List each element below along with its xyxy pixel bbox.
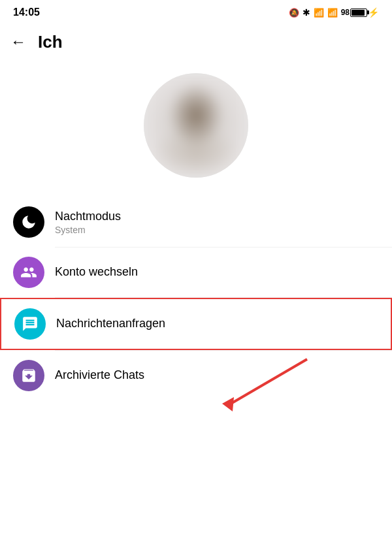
menu-item-konto-wechseln[interactable]: Konto wechseln [0, 248, 392, 297]
battery-fill [351, 10, 365, 16]
menu-item-archivierte-chats[interactable]: Archivierte Chats [0, 351, 392, 400]
avatar-section [0, 60, 392, 197]
battery-icon [350, 8, 367, 17]
nachtmodus-icon-bg [13, 206, 44, 238]
battery-container: 98 ⚡ [341, 7, 379, 18]
menu-list: Nachtmodus System Konto wechseln Nachric… [0, 197, 392, 400]
status-time: 14:05 [13, 7, 40, 18]
avatar[interactable] [144, 73, 248, 178]
status-icons: 🔕 ✱ 📶 📶 98 ⚡ [289, 7, 379, 18]
moon-icon [20, 214, 37, 231]
battery-label: 98 [341, 8, 350, 17]
message-requests-icon [22, 315, 39, 332]
mute-icon: 🔕 [289, 8, 299, 18]
archivierte-label: Archivierte Chats [55, 368, 144, 383]
konto-text: Konto wechseln [55, 265, 138, 280]
nachrichtenanfragen-label: Nachrichtenanfragen [56, 316, 165, 331]
konto-label: Konto wechseln [55, 265, 138, 280]
nachtmodus-text: Nachtmodus System [55, 209, 121, 235]
signal-icon: 📶 [327, 8, 338, 18]
page-title: Ich [38, 32, 63, 52]
bluetooth-icon: ✱ [302, 7, 310, 18]
nachrichtenanfragen-text: Nachrichtenanfragen [56, 316, 165, 331]
nachrichtenanfragen-icon-bg [14, 308, 46, 340]
menu-item-nachrichtenanfragen[interactable]: Nachrichtenanfragen [0, 298, 392, 350]
archivierte-icon-bg [13, 360, 44, 391]
avatar-image [144, 73, 248, 178]
charge-icon: ⚡ [368, 7, 379, 18]
nachtmodus-sublabel: System [55, 225, 121, 235]
nachtmodus-label: Nachtmodus [55, 209, 121, 224]
switch-account-icon [20, 264, 37, 281]
wifi-icon: 📶 [314, 8, 324, 18]
menu-item-nachtmodus[interactable]: Nachtmodus System [0, 197, 392, 247]
back-button[interactable]: ← [10, 33, 26, 51]
archivierte-text: Archivierte Chats [55, 368, 144, 383]
status-bar: 14:05 🔕 ✱ 📶 📶 98 ⚡ [0, 0, 392, 24]
konto-icon-bg [13, 257, 44, 288]
header: ← Ich [0, 24, 392, 60]
archive-icon [20, 367, 37, 384]
